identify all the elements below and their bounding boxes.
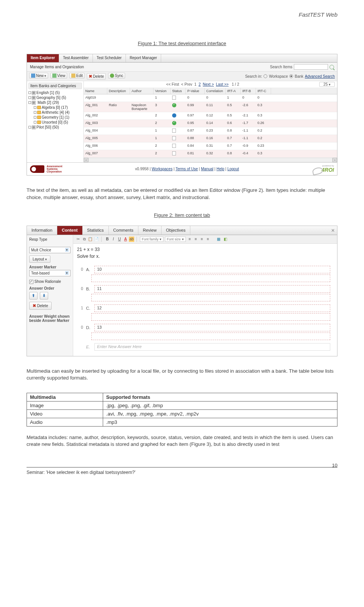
align-right-icon[interactable]: ≡ xyxy=(199,237,205,242)
paste-text-icon[interactable]: 📄 xyxy=(94,237,99,242)
table-row: Audio.mp3 xyxy=(27,418,337,427)
link-workspaces[interactable]: Workspaces xyxy=(152,167,173,171)
answer-weight-label: Answer Weight shown beside Answer Marker xyxy=(29,314,71,323)
rationale-input[interactable] xyxy=(91,313,330,321)
answer-input[interactable]: 12 xyxy=(94,304,330,312)
table-row[interactable]: Alg_00220.970.120.5-2.10.3 xyxy=(84,112,337,120)
show-rationale-checkbox[interactable] xyxy=(29,280,33,284)
bg-color-icon[interactable]: ab xyxy=(129,237,134,242)
paragraph-3: Metadata includes: name, author, descrip… xyxy=(27,434,337,448)
answer-marker-select[interactable]: Test-based▾ xyxy=(29,270,71,276)
pager[interactable]: << First < Prev 1 2 Next > Last >> 1 / 2 xyxy=(86,82,319,86)
text-color-icon[interactable]: A xyxy=(123,237,128,242)
formats-table: MultimediaSupported formats Image.jpg, .… xyxy=(27,393,337,427)
grid-scrollbar[interactable]: ‹› xyxy=(84,158,337,162)
answer-input[interactable]: 13 xyxy=(94,324,330,331)
answer-input[interactable]: 11 xyxy=(94,285,330,293)
align-justify-icon[interactable]: ≡ xyxy=(206,237,211,242)
tab-review[interactable]: Review xyxy=(138,226,162,235)
radio-workspace[interactable] xyxy=(264,74,267,78)
tab-content[interactable]: Content xyxy=(57,226,83,235)
tab-objectives[interactable]: Objectives xyxy=(162,226,190,235)
tree-english[interactable]: ▦English [1] (5) xyxy=(28,90,82,95)
link-terms[interactable]: Terms of Use xyxy=(176,167,198,171)
tree-pilot[interactable]: ▦Pilot [50] (50) xyxy=(28,125,82,130)
delete-button[interactable]: ✖Delete xyxy=(87,73,106,80)
table-row[interactable]: Alg019100100 xyxy=(84,94,337,102)
workspace-label: Workspace xyxy=(269,74,288,78)
logo-4roi: 4ROI xyxy=(322,167,334,173)
tab-comments[interactable]: Comments xyxy=(109,226,138,235)
font-family-select[interactable]: Font family▾ xyxy=(140,237,163,242)
move-down-button[interactable]: ⬇ xyxy=(40,292,48,300)
new-button[interactable]: New▾ xyxy=(29,73,48,78)
tree-arithmetic[interactable]: Arithmetic [4] (4) xyxy=(28,110,82,115)
search-input[interactable] xyxy=(294,64,328,70)
answer-row[interactable]: 0 A. 10 xyxy=(77,266,330,273)
search-icon[interactable] xyxy=(329,65,334,69)
advanced-search-link[interactable]: Advanced Search xyxy=(305,74,335,78)
paste-icon[interactable]: 📋 xyxy=(88,237,93,242)
answer-input[interactable]: 10 xyxy=(94,266,330,273)
link-help[interactable]: Help xyxy=(217,167,224,171)
grid-columns: NameDescriptionAuthorVersionStatusP-Valu… xyxy=(84,88,337,94)
cut-icon[interactable]: ✂ xyxy=(75,237,81,242)
rationale-input[interactable] xyxy=(91,294,330,301)
link-manual[interactable]: Manual xyxy=(201,167,213,171)
table-row[interactable]: Alg_00620.840.310.7-0.90.23 xyxy=(84,143,337,150)
answer-row[interactable]: 0 D. 13 xyxy=(77,324,330,331)
underline-icon[interactable]: U xyxy=(117,237,122,242)
tab-information[interactable]: Information xyxy=(27,226,57,235)
page-number: 10 xyxy=(332,463,337,468)
answer-score: 0 xyxy=(77,287,83,291)
bold-icon[interactable]: B xyxy=(105,237,110,242)
answer-row[interactable]: 1 C. 12 xyxy=(77,304,330,312)
view-button[interactable]: View xyxy=(50,73,67,78)
col-formats: Supported formats xyxy=(103,393,337,402)
copy-icon[interactable]: ⧉ xyxy=(82,237,87,242)
media-icon[interactable]: ▦ xyxy=(216,237,221,242)
page-size[interactable]: 25 ▾ xyxy=(319,82,335,87)
move-up-button[interactable]: ⬆ xyxy=(29,292,38,300)
align-center-icon[interactable]: ≡ xyxy=(193,237,199,242)
editor-main: 21 + x = 33 Solve for x. 0 A. 10 0 B. 11… xyxy=(73,244,337,356)
tree-geography[interactable]: ▦Geography [5] (5) xyxy=(28,95,82,100)
font-size-select[interactable]: Font size▾ xyxy=(165,237,186,242)
link-logout[interactable]: Logout xyxy=(228,167,239,171)
answer-score: 0 xyxy=(77,325,83,329)
tree-geometry[interactable]: Geometry [1] (1) xyxy=(28,115,82,120)
tab-report-manager[interactable]: Report Manager xyxy=(126,54,161,62)
new-answer-row[interactable]: E. Enter New Answer Here xyxy=(77,343,330,351)
item-tree: Item Banks and Categories ▦English [1] (… xyxy=(27,81,84,162)
edit-button[interactable]: Edit xyxy=(69,73,85,78)
image-icon[interactable]: ◧ xyxy=(223,237,228,242)
table-row[interactable]: Alg_00410.870.230.8-1.10.2 xyxy=(84,127,337,135)
rationale-input[interactable] xyxy=(91,274,330,282)
italic-icon[interactable]: I xyxy=(111,237,116,242)
paragraph-2: Multimedia can easily be inserted by upl… xyxy=(27,368,337,381)
delete-answer-button[interactable]: ✖ Delete xyxy=(29,302,52,310)
sync-button[interactable]: Sync xyxy=(108,73,125,78)
layout-button[interactable]: Layout ▾ xyxy=(29,256,50,263)
table-row: Video.avi, .flv, .mpg, .mpeg, .mpe, .mpv… xyxy=(27,410,337,418)
tree-algebra[interactable]: Algebra [0] (17) xyxy=(28,105,82,110)
table-row[interactable]: Alg_001RatioNapoleon Bonaparte30.990.110… xyxy=(84,102,337,112)
tab-test-scheduler[interactable]: Test Scheduler xyxy=(93,54,126,62)
tree-unsorted[interactable]: Unsorted [0] (5) xyxy=(28,120,82,125)
close-icon[interactable]: ✕ xyxy=(331,228,335,233)
tab-test-assembler[interactable]: Test Assembler xyxy=(59,54,93,62)
tab-item-explorer[interactable]: Item Explorer xyxy=(27,54,59,62)
table-row[interactable]: Alg_00720.810.320.8-0.40.3 xyxy=(84,150,337,158)
answer-row[interactable]: 0 B. 11 xyxy=(77,285,330,293)
tree-math[interactable]: ▦Math [2] (29) xyxy=(28,100,82,105)
rationale-input[interactable] xyxy=(91,333,330,340)
question-instruction[interactable]: Solve for x. xyxy=(77,254,330,259)
table-row[interactable]: Alg_00320.950.140.6-1.70.26 xyxy=(84,120,337,127)
tab-statistics[interactable]: Statistics xyxy=(83,226,109,235)
show-rationale-label: Show Rationale xyxy=(35,279,61,284)
align-left-icon[interactable]: ≡ xyxy=(187,237,193,242)
radio-bank[interactable] xyxy=(289,74,293,78)
table-row[interactable]: Alg_00510.880.160.7-1.10.2 xyxy=(84,135,337,143)
question-text[interactable]: 21 + x = 33 xyxy=(77,247,330,252)
resp-type-select[interactable]: Mult Choice▾ xyxy=(29,247,71,253)
